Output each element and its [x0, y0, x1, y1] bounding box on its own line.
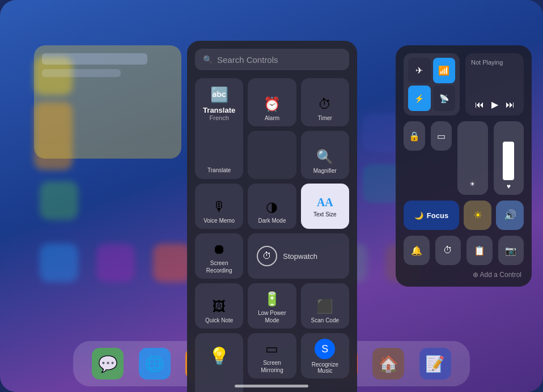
cc-media-controls: ⏮ ▶ ⏭	[471, 99, 518, 110]
cc-sun-btn[interactable]: ☀	[464, 201, 491, 230]
cc-lock-rotation-btn[interactable]: 🔒	[404, 121, 425, 151]
cc-network-group[interactable]: ✈ 📶 ⚡ 📡	[404, 53, 460, 116]
cc-wifi-btn[interactable]: 📶	[433, 58, 456, 83]
widget-area	[34, 45, 181, 159]
ctrl-stopwatch[interactable]: ⏱ Stopwatch	[248, 233, 349, 279]
home-indicator	[235, 385, 308, 387]
ctrl-dark-mode[interactable]: ◑Dark Mode	[248, 184, 296, 229]
recognize-label: Recognize Music	[304, 361, 346, 374]
search-bar[interactable]: 🔍 Search Controls	[195, 49, 349, 70]
translate-bottom: Translate	[207, 167, 231, 173]
cc-screen-mirror-btn[interactable]: ▭	[431, 121, 452, 151]
translate-lang: French	[210, 114, 229, 121]
cc-media-widget[interactable]: Not Playing ⏮ ▶ ⏭	[465, 53, 524, 116]
ctrl-alarm[interactable]: ⏰Alarm	[248, 78, 296, 126]
stopwatch-label: Stopwatch	[283, 252, 317, 261]
cc-row-1: ✈ 📶 ⚡ 📡 Not Playing ⏮ ▶ ⏭	[404, 53, 524, 116]
cc-focus-btn[interactable]: 🌙 Focus	[404, 201, 459, 230]
cc-focus-row: 🌙 Focus ☀ 🔊	[404, 201, 524, 230]
ctrl-translate[interactable]: 🔤 Translate French Translate	[195, 78, 243, 179]
dock-icon-notes[interactable]: 📝	[419, 348, 451, 380]
ctrl-low-power[interactable]: 🔋Low Power Mode	[248, 283, 296, 329]
cc-timer-btn[interactable]: ⏱	[435, 236, 461, 265]
dock-icon-home[interactable]: 🏠	[372, 348, 404, 380]
text-size-label: Text Size	[313, 211, 337, 218]
bg-icon-5	[96, 244, 135, 282]
bg-icon-3	[40, 181, 78, 220]
cc-row-4: 🔔 ⏱ 📋 📷	[404, 236, 524, 265]
ctrl-scene-accessory[interactable]: 💡 Scene or Accessory Home	[195, 333, 243, 392]
cc-sound-btn[interactable]: 🔊	[496, 201, 524, 230]
ctrl-screen-mirroring[interactable]: ▭Screen Mirroring	[248, 333, 296, 378]
add-control-label[interactable]: ⊕ Add a Control	[404, 271, 524, 279]
ctrl-screen-recording[interactable]: ⏺Screen Recording	[195, 233, 243, 279]
focus-label: Focus	[427, 211, 448, 220]
search-placeholder: Search Controls	[217, 55, 278, 65]
ctrl-quick-note[interactable]: 🖼Quick Note	[195, 283, 243, 329]
cc-alarm-btn[interactable]: 🔔	[404, 236, 430, 265]
cc-next-btn[interactable]: ⏭	[506, 100, 515, 110]
bg-icon-4	[40, 244, 78, 282]
cc-notes-btn[interactable]: 📋	[466, 236, 493, 265]
ctrl-voice-memo[interactable]: 🎙Voice Memo	[195, 184, 243, 229]
translate-main-text: Translate	[203, 106, 235, 114]
ipad-background: 💬 🌐 📸 🎵 ⚙️ 📧 🏠 📝 ✈ 📶 ⚡ 📡 Not Playing ⏮ ▶…	[0, 0, 543, 392]
cc-airplane-btn[interactable]: ✈	[408, 58, 431, 83]
scene-icon: 💡	[208, 344, 231, 367]
search-controls-modal: 🔍 Search Controls 🔤 Translate French Tra…	[187, 41, 357, 392]
moon-icon: 🌙	[414, 211, 423, 220]
dock-icon-messages[interactable]: 💬	[92, 348, 124, 380]
stopwatch-icon: ⏱	[257, 246, 277, 266]
cc-volume-slider[interactable]: ♥	[494, 121, 524, 195]
ctrl-empty	[248, 131, 296, 179]
cc-bluetooth-btn[interactable]: ⚡	[408, 86, 431, 111]
controls-grid: 🔤 Translate French Translate ⏰Alarm⏱Time…	[195, 78, 349, 392]
cc-airdrop-btn[interactable]: 📡	[433, 86, 456, 111]
dock-icon-safari[interactable]: 🌐	[139, 348, 171, 380]
ctrl-recognize-music[interactable]: S Recognize Music	[301, 333, 349, 378]
text-size-icon: AA	[317, 196, 333, 209]
shazam-icon: S	[315, 339, 335, 359]
cc-media-title: Not Playing	[471, 59, 518, 66]
ctrl-text-size[interactable]: AA Text Size	[301, 184, 349, 229]
cc-play-btn[interactable]: ▶	[491, 99, 498, 110]
ctrl-timer[interactable]: ⏱Timer	[301, 78, 349, 126]
control-center: ✈ 📶 ⚡ 📡 Not Playing ⏮ ▶ ⏭ 🔒 ▭ ☀	[396, 45, 532, 287]
bg-icon-6	[153, 244, 192, 282]
cc-prev-btn[interactable]: ⏮	[475, 100, 484, 110]
cc-row-2: 🔒 ▭ ☀ ♥	[404, 121, 524, 195]
cc-brightness-slider[interactable]: ☀	[457, 121, 488, 195]
cc-camera-btn[interactable]: 📷	[498, 236, 524, 265]
ctrl-magnifier[interactable]: 🔍Magnifier	[301, 131, 349, 179]
search-icon: 🔍	[203, 55, 213, 64]
ctrl-scan-code[interactable]: ⬛Scan Code	[301, 283, 349, 329]
translate-icon: 🔤	[210, 86, 228, 104]
